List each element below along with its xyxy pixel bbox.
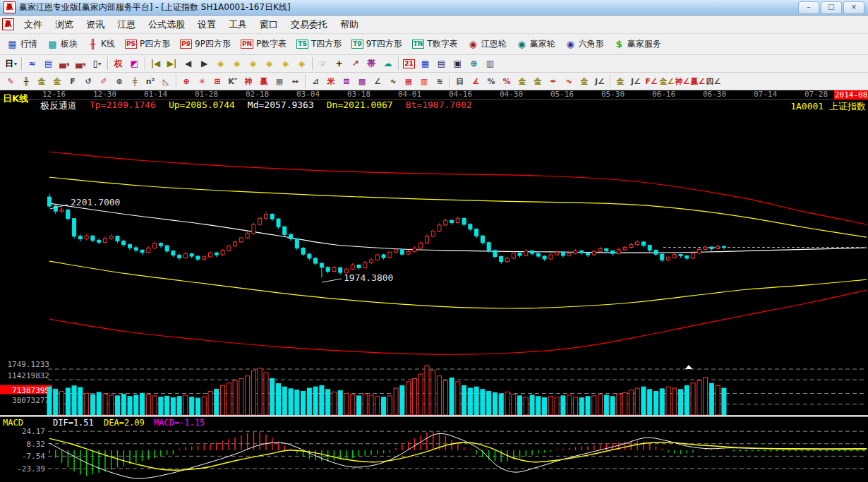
crosshair-button[interactable]: + — [331, 56, 347, 71]
gold-lines-2-button[interactable]: 金 — [577, 74, 592, 88]
ruler-button[interactable]: ⊿ — [308, 74, 323, 88]
9p-square-button[interactable]: P99P四方形 — [176, 36, 235, 52]
notepad-button[interactable]: ▤ — [433, 56, 450, 71]
menu-item-9[interactable]: 帮助 — [334, 16, 365, 33]
angle-lines-button[interactable]: ∠ — [370, 74, 385, 88]
zoom-8way-button[interactable]: ◈ — [294, 56, 310, 71]
pattern-search-button[interactable]: ≈ — [24, 56, 40, 71]
j-angle-button[interactable]: J∠ — [592, 74, 608, 88]
menu-item-5[interactable]: 设置 — [191, 16, 222, 33]
ex-rights-button[interactable]: 权 — [110, 56, 126, 71]
shen-angle-button[interactable]: 神∠ — [675, 74, 690, 88]
minimize-button[interactable]: – — [798, 1, 819, 14]
grid-123-button[interactable]: ▦ — [272, 74, 287, 88]
indicator-name[interactable]: 极反通道 — [40, 100, 77, 112]
menu-item-0[interactable]: 文件 — [18, 16, 49, 33]
ying-angle-button[interactable]: 赢∠ — [690, 74, 706, 88]
wave-a-button[interactable]: ∿ — [561, 74, 577, 88]
fan-lines-button[interactable]: 米 — [323, 74, 339, 88]
maximize-button[interactable]: □ — [821, 1, 842, 14]
gold-angle-button[interactable]: 金∠ — [659, 74, 675, 88]
menu-item-7[interactable]: 窗口 — [253, 16, 284, 33]
hash-tool-button[interactable]: ╪ — [127, 74, 143, 88]
9t-square-button[interactable]: T99T四方形 — [347, 36, 406, 52]
width-measure-button[interactable]: ↔ — [287, 74, 303, 88]
gann-wheel-button[interactable]: ◉江恩轮 — [464, 36, 511, 52]
zoom-left-button[interactable]: ◈ — [212, 56, 229, 71]
menu-item-6[interactable]: 工具 — [222, 16, 253, 33]
nav-first-button[interactable]: |◀ — [147, 56, 164, 71]
ink-tool-button[interactable]: ✒ — [545, 74, 561, 88]
percent-button[interactable]: % — [483, 74, 499, 88]
gold-split-button[interactable]: 金 — [34, 74, 49, 88]
nav-prev-button[interactable]: ◀ — [180, 56, 196, 71]
k-quote-button[interactable]: K″ — [225, 74, 241, 88]
percent-table-button[interactable]: 目 — [452, 74, 468, 88]
square-of-nine-button[interactable]: n² — [143, 74, 158, 88]
trend-line-button[interactable]: ↗ — [347, 56, 363, 71]
gann-burst-button[interactable]: ✳ — [194, 74, 210, 88]
winner-wheel-button[interactable]: ◉赢家轮 — [512, 36, 560, 52]
purple-net-button[interactable]: ▩ — [354, 74, 370, 88]
f-angle-button[interactable]: F∠ — [644, 74, 659, 88]
candle-style-button[interactable]: ▯▾ — [89, 56, 105, 71]
menu-item-1[interactable]: 浏览 — [49, 16, 80, 33]
percent-slope-button[interactable]: ∡ — [468, 74, 483, 88]
ying-tool-button[interactable]: 赢 — [256, 74, 272, 88]
nav-last-button[interactable]: ▶| — [164, 56, 180, 71]
ma-9-button[interactable]: ▄₉ — [73, 56, 89, 71]
t-number-table-button[interactable]: TNT数字表 — [408, 36, 462, 52]
winner-service-button[interactable]: $赢家服务 — [610, 36, 665, 52]
shen-tool-button[interactable]: 神 — [241, 74, 256, 88]
spiral-tool-button[interactable]: ↺ — [80, 74, 96, 88]
set-square-button[interactable]: ◺ — [158, 74, 174, 88]
save-button[interactable]: ▣ — [450, 56, 466, 71]
gold-split-2-button[interactable]: 金 — [49, 74, 65, 88]
calendar-button[interactable]: 21 — [401, 56, 417, 71]
period-day-button[interactable]: 日▾ — [3, 56, 19, 71]
chart-area[interactable]: 12-1612-3001-1401-2802-1803-0403-1804-01… — [0, 90, 868, 482]
printer-button[interactable]: ▥ — [482, 56, 498, 71]
fib-tool-button[interactable]: F — [65, 74, 80, 88]
menu-item-3[interactable]: 江恩 — [111, 16, 142, 33]
si-angle-button[interactable]: 四∠ — [706, 74, 721, 88]
zoom-horizontal-button[interactable]: ◈ — [245, 56, 261, 71]
gold-lines-button[interactable]: 金 — [530, 74, 545, 88]
quotes-button[interactable]: ▦行情 — [3, 36, 42, 52]
percent-line-button[interactable]: % — [499, 74, 514, 88]
kline-button[interactable]: ╫K线 — [83, 36, 119, 52]
draw-pen-button[interactable]: ✎ — [3, 74, 18, 88]
gann-band-button[interactable]: 帯 — [363, 56, 380, 71]
p-square-button[interactable]: PSP四方形 — [121, 36, 174, 52]
hexagon-button[interactable]: ◉六角形 — [561, 36, 608, 52]
red-grid-2-button[interactable]: ▥ — [416, 74, 432, 88]
menu-item-2[interactable]: 资讯 — [80, 16, 111, 33]
hand-drag-button[interactable]: ☞ — [315, 56, 331, 71]
gold-circle-button[interactable]: 金 — [514, 74, 530, 88]
p-number-table-button[interactable]: PNP数字表 — [236, 36, 291, 52]
mark-pen-button[interactable]: ✐ — [96, 74, 111, 88]
zoom-4way-button[interactable]: ◈ — [277, 56, 294, 71]
colored-kline-button[interactable]: ◩ — [126, 56, 143, 71]
pane-divider[interactable] — [0, 415, 868, 417]
red-grid-button[interactable]: ▦ — [401, 74, 416, 88]
parallel-lines-button[interactable]: ≋ — [432, 74, 447, 88]
gann-web-button[interactable]: ⊞ — [210, 74, 225, 88]
gold-box-button[interactable]: 金 — [613, 74, 628, 88]
j-angle-2-button[interactable]: J∠ — [628, 74, 644, 88]
gann-target-button[interactable]: ⊕ — [179, 74, 194, 88]
info-doc-button[interactable]: ▤ — [40, 56, 56, 71]
time-cycle-button[interactable]: ⊛ — [111, 74, 127, 88]
cloud-tool-button[interactable]: ☁ — [380, 56, 396, 71]
t-square-button[interactable]: TST四方形 — [292, 36, 346, 52]
zoom-right-button[interactable]: ◈ — [229, 56, 245, 71]
calculator-button[interactable]: ▦ — [417, 56, 433, 71]
close-button[interactable]: × — [843, 1, 864, 14]
network-button[interactable]: ⊕ — [466, 56, 482, 71]
menu-item-8[interactable]: 交易委托 — [284, 16, 334, 33]
purple-fan-button[interactable]: ⊠ — [339, 74, 354, 88]
menu-item-4[interactable]: 公式选股 — [142, 16, 191, 33]
ma-3-button[interactable]: ▄₃ — [56, 56, 73, 71]
sectors-button[interactable]: ▩板块 — [43, 36, 82, 52]
grid-tool-button[interactable]: ╫ — [18, 74, 34, 88]
